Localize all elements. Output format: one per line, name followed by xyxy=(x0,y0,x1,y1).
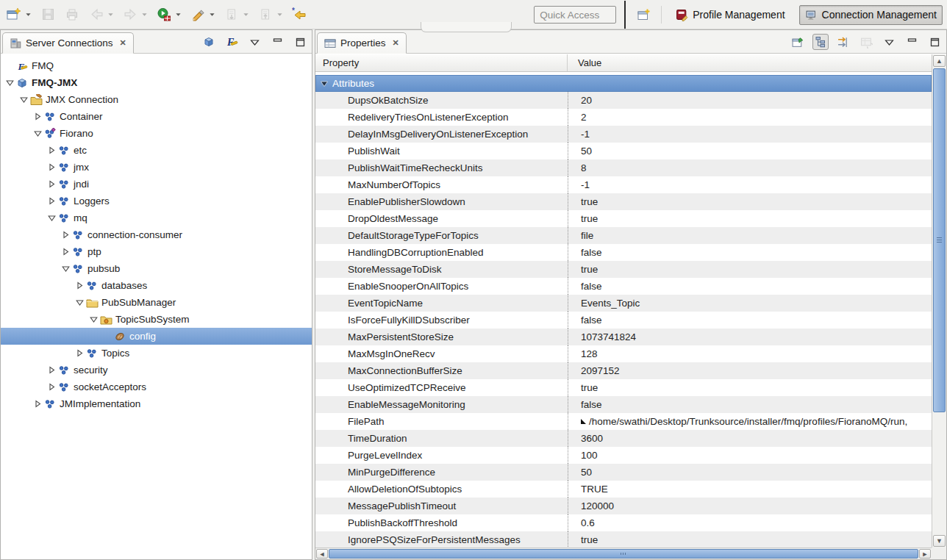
property-row-enablesnooperonalltopics[interactable]: EnableSnooperOnAllTopicsfalse xyxy=(315,278,932,295)
property-row-isforcefullykilldsubscriber[interactable]: IsForceFullyKillDSubscriberfalse xyxy=(315,312,932,329)
property-row-publishwaittimerecheckunits[interactable]: PublishWaitTimeRecheckUnits8 xyxy=(315,159,932,176)
property-row-maxpersistentstoresize[interactable]: MaxPersistentStoreSize1073741824 xyxy=(315,329,932,345)
tree-item-etc[interactable]: etc xyxy=(1,142,312,159)
expand-arrow-icon[interactable] xyxy=(46,195,58,207)
chevron-down-icon[interactable] xyxy=(174,5,183,24)
view-menu-button[interactable] xyxy=(881,34,897,50)
column-header-value[interactable]: Value xyxy=(568,54,946,71)
new-wizard-icon[interactable] xyxy=(4,5,24,24)
property-value-cell[interactable]: -1 xyxy=(568,176,932,193)
property-value-cell[interactable]: true xyxy=(568,379,932,396)
tab-server-connections[interactable]: Server Connections ✕ xyxy=(2,32,134,54)
property-row-maxmsginonerecv[interactable]: MaxMsgInOneRecv128 xyxy=(315,345,932,362)
tree-item-databases[interactable]: databases xyxy=(1,277,312,294)
property-value-cell[interactable]: 1073741824 xyxy=(568,329,932,345)
property-value-cell[interactable]: -1 xyxy=(568,126,932,143)
tab-properties[interactable]: Properties ✕ xyxy=(317,32,407,54)
tree-item-topics[interactable]: Topics xyxy=(1,345,312,362)
property-row-defaultstoragetypefortopics[interactable]: DefaultStorageTypeForTopicsfile xyxy=(315,227,932,244)
property-value-cell[interactable]: false xyxy=(568,244,932,261)
tree-item-ptp[interactable]: ptp xyxy=(1,243,312,260)
expand-arrow-icon[interactable] xyxy=(60,229,72,241)
maximize-button[interactable] xyxy=(292,34,308,50)
tree-item-loggers[interactable]: Loggers xyxy=(1,193,312,209)
property-value-cell[interactable]: file xyxy=(568,227,932,244)
tree-item-socketacceptors[interactable]: socketAcceptors xyxy=(1,378,312,395)
minimize-button[interactable] xyxy=(269,34,285,50)
property-row-ignorepsqsizeforpersistentmessages[interactable]: IgnorePSQSizeForPersistentMessagestrue xyxy=(315,531,932,548)
property-value-cell[interactable]: 20 xyxy=(568,92,932,109)
collapse-arrow-icon[interactable] xyxy=(60,263,72,275)
property-row-enablepublisherslowdown[interactable]: EnablePublisherSlowdowntrue xyxy=(315,193,932,210)
expand-arrow-icon[interactable] xyxy=(74,348,86,359)
expand-arrow-icon[interactable] xyxy=(60,246,72,258)
property-row-handlingdbcorruptionenabled[interactable]: HandlingDBCorruptionEnabledfalse xyxy=(315,244,932,261)
run-profile-icon[interactable] xyxy=(154,5,174,24)
property-row-useoptimizedtcpreceive[interactable]: UseOptimizedTCPReceivetrue xyxy=(315,379,932,396)
property-row-storemessagetodisk[interactable]: StoreMessageToDisktrue xyxy=(315,261,932,278)
show-categories-button[interactable] xyxy=(812,34,829,50)
property-value-cell[interactable]: false xyxy=(568,396,932,413)
column-header-property[interactable]: Property xyxy=(315,54,568,71)
tree-item-config[interactable]: config xyxy=(1,328,312,345)
tree-item-pubsubmanager[interactable]: PubSubManager xyxy=(1,294,312,311)
tree-item-fmq[interactable]: FFMQ xyxy=(1,57,312,74)
group-expanded-arrow-icon[interactable] xyxy=(316,79,332,88)
tree-item-jmx-connection[interactable]: JMX Connection xyxy=(1,91,312,108)
collapse-arrow-icon[interactable] xyxy=(32,128,44,140)
property-value-cell[interactable]: false xyxy=(568,312,932,329)
expand-arrow-icon[interactable] xyxy=(46,162,58,173)
property-row-delayinmsgdeliveryonlistenerexception[interactable]: DelayInMsgDeliveryOnListenerException-1 xyxy=(315,126,932,143)
scroll-down-button[interactable]: ▼ xyxy=(933,535,946,547)
tree-item-jmx[interactable]: jmx xyxy=(1,159,312,176)
tree-item-topicsubsystem[interactable]: TopicSubSystem xyxy=(1,311,312,328)
maximize-button[interactable] xyxy=(926,34,943,50)
collapse-arrow-icon[interactable] xyxy=(4,77,16,89)
property-value-cell[interactable]: /home/swathi/Desktop/Trunksource/install… xyxy=(568,413,932,430)
property-value-cell[interactable]: 0.6 xyxy=(568,514,932,531)
minimize-button[interactable] xyxy=(904,34,920,50)
property-row-publishbackoffthreshold[interactable]: PublishBackoffThreshold0.6 xyxy=(315,514,932,531)
restore-default-button[interactable] xyxy=(858,34,874,50)
perspective-connection-management[interactable]: Connection Management xyxy=(799,5,943,25)
tree-item-mq[interactable]: mq xyxy=(1,209,312,226)
collapse-arrow-icon[interactable] xyxy=(18,94,30,106)
fiorano-connect-button[interactable]: F xyxy=(224,34,240,50)
expand-arrow-icon[interactable] xyxy=(74,280,86,292)
property-row-enablemessagemonitoring[interactable]: EnableMessageMonitoringfalse xyxy=(315,396,932,413)
expand-arrow-icon[interactable] xyxy=(32,111,44,123)
property-value-cell[interactable]: 100 xyxy=(568,447,932,464)
close-icon[interactable]: ✕ xyxy=(393,38,399,48)
property-value-cell[interactable]: 2097152 xyxy=(568,362,932,379)
collapse-arrow-icon[interactable] xyxy=(74,297,86,309)
collapse-arrow-icon[interactable] xyxy=(46,212,58,224)
expand-arrow-icon[interactable] xyxy=(32,398,44,410)
open-perspective-button[interactable] xyxy=(634,5,653,24)
property-value-cell[interactable]: 2 xyxy=(568,109,932,126)
tree-item-security[interactable]: security xyxy=(1,362,312,378)
tree-item-jndi[interactable]: jndi xyxy=(1,176,312,193)
vertical-scrollbar[interactable]: ▲ ▼ xyxy=(932,54,946,548)
property-row-minpurgedifference[interactable]: MinPurgeDifference50 xyxy=(315,464,932,481)
perspective-profile-management[interactable]: Profile Management xyxy=(670,5,790,25)
property-row-redeliverytriesonlistenerexception[interactable]: RedeliveryTriesOnListenerException2 xyxy=(315,109,932,126)
property-value-cell[interactable]: 3600 xyxy=(568,430,932,447)
property-row-publishwait[interactable]: PublishWait50 xyxy=(315,143,932,159)
horizontal-scrollbar-thumb[interactable] xyxy=(329,549,918,559)
property-value-cell[interactable]: true xyxy=(568,210,932,227)
tree-item-container[interactable]: Container xyxy=(1,108,312,125)
property-row-maxconnectionbuffersize[interactable]: MaxConnectionBufferSize2097152 xyxy=(315,362,932,379)
tree-item-connection-consumer[interactable]: connection-consumer xyxy=(1,226,312,243)
expand-arrow-icon[interactable] xyxy=(46,145,58,157)
property-row-dropoldestmessage[interactable]: DropOldestMessagetrue xyxy=(315,210,932,227)
property-row-allowdeletionofsubtopics[interactable]: AllowDeletionOfSubtopicsTRUE xyxy=(315,481,932,498)
expand-arrow-icon[interactable] xyxy=(46,381,58,393)
property-row-messagepublishtimeout[interactable]: MessagePublishTimeout120000 xyxy=(315,498,932,514)
property-row-timeduration[interactable]: TimeDuration3600 xyxy=(315,430,932,447)
property-row-dupsokbatchsize[interactable]: DupsOkBatchSize20 xyxy=(315,92,932,109)
property-value-cell[interactable]: TRUE xyxy=(568,481,932,498)
expand-arrow-icon[interactable] xyxy=(46,365,58,376)
vertical-scrollbar-thumb[interactable] xyxy=(933,68,946,412)
horizontal-scrollbar[interactable]: ◄ ► xyxy=(315,548,932,559)
tree-item-pubsub[interactable]: pubsub xyxy=(1,260,312,277)
